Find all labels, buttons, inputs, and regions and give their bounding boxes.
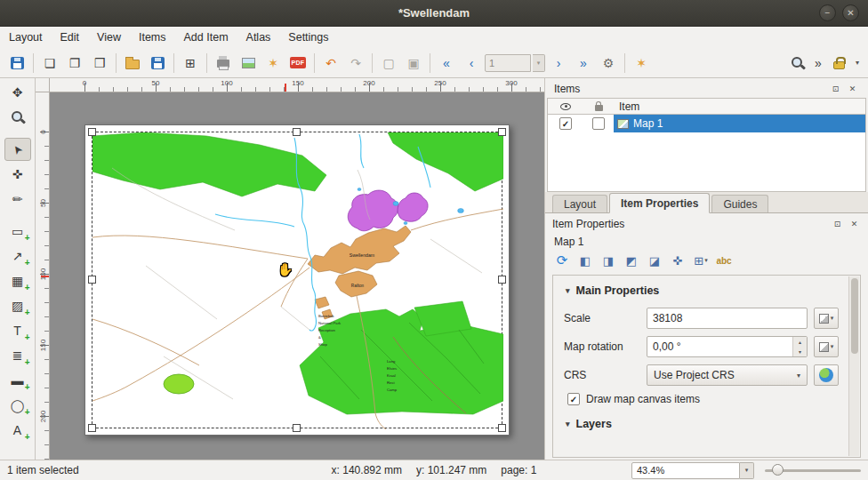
zoom-tool-button[interactable] [786, 52, 809, 75]
view-extent-in-canvas-button[interactable]: ◨ [599, 251, 618, 270]
select-move-item-tool[interactable]: ➤ [4, 138, 31, 161]
menu-settings[interactable]: Settings [288, 31, 328, 44]
save-project-button[interactable] [5, 52, 28, 75]
item-toolbar: ✥ ➤ ✜ ✏ ▭+ ↗+ ▦+ ▨+ T+ ≣+ ▬+ ◯+ A+ [0, 78, 36, 460]
scale-override-button[interactable]: ▾ [814, 308, 839, 329]
tab-layout[interactable]: Layout [552, 195, 607, 212]
selection-handle-tl[interactable] [88, 128, 96, 136]
menu-add-item[interactable]: Add Item [184, 31, 229, 44]
labeling-settings-button[interactable]: abc [714, 251, 734, 270]
menu-edit[interactable]: Edit [60, 31, 80, 44]
panel-float-button[interactable]: ⊡ [829, 83, 842, 96]
zoom-level-input[interactable] [631, 462, 740, 479]
add-ellipse-tool[interactable]: ◯+ [4, 394, 31, 417]
layers-section[interactable]: ▾ Layers [566, 418, 839, 430]
atlas-previous-button[interactable]: ‹ [460, 52, 483, 75]
spin-down-button[interactable]: ▾ [793, 347, 807, 356]
tab-guides[interactable]: Guides [711, 195, 768, 212]
slider-handle[interactable] [772, 464, 784, 476]
edit-nodes-tool[interactable]: ✏ [4, 188, 31, 211]
selection-handle-mr[interactable] [498, 276, 506, 284]
panel-close-button[interactable]: ✕ [846, 83, 859, 96]
atlas-preview-button[interactable]: ✶ [630, 52, 653, 75]
layout-canvas[interactable]: 0 50 100 150 200 250 300 0 50 100 150 20… [36, 78, 544, 460]
zoom-full-button[interactable]: ▢ [377, 52, 400, 75]
print-button[interactable] [212, 52, 235, 75]
refresh-map-button[interactable]: ⟳ [552, 251, 572, 270]
export-image-button[interactable] [237, 52, 260, 75]
add-attribute-table-tool[interactable]: A+ [4, 419, 31, 442]
atlas-page-field[interactable] [485, 54, 531, 72]
scale-input[interactable] [647, 308, 808, 329]
tab-item-properties[interactable]: Item Properties [609, 193, 710, 213]
zoom-tool[interactable] [4, 106, 31, 129]
crs-select-button[interactable] [814, 364, 839, 386]
add-pages-button[interactable]: ⊞ [179, 52, 202, 75]
add-label-tool[interactable]: T+ [4, 319, 31, 342]
export-pdf-button[interactable]: PDF [286, 52, 309, 75]
atlas-settings-button[interactable]: ⚙ [597, 52, 620, 75]
add-legend-tool[interactable]: ≣+ [4, 344, 31, 367]
add-scalebar-tool[interactable]: ▬+ [4, 369, 31, 392]
lock-checkbox[interactable] [592, 117, 605, 130]
undo-button[interactable]: ↶ [319, 52, 342, 75]
add-picture-tool[interactable]: ▨+ [4, 294, 31, 317]
main-properties-section[interactable]: ▾ Main Properties [566, 284, 839, 297]
close-button[interactable]: ✕ [842, 4, 859, 21]
atlas-page-dropdown[interactable]: ▾ [533, 54, 545, 72]
open-button[interactable] [121, 52, 144, 75]
scrollbar-thumb[interactable] [851, 278, 858, 354]
selection-handle-ml[interactable] [88, 276, 96, 284]
add-shape-tool[interactable]: ▭+ [4, 220, 31, 243]
visibility-checkbox[interactable]: ✓ [559, 117, 572, 130]
selection-handle-tm[interactable] [293, 128, 301, 136]
plus-badge: + [25, 234, 30, 243]
menu-view[interactable]: View [97, 31, 121, 44]
table-icon: A [13, 423, 21, 437]
lock-items-dropdown[interactable]: ▾ [852, 52, 863, 75]
selection-handle-bm[interactable] [293, 424, 301, 432]
layout-manager-button[interactable]: ❒ [88, 52, 111, 75]
draw-canvas-items-label[interactable]: Draw map canvas items [586, 393, 700, 405]
redo-button[interactable]: ↷ [344, 52, 367, 75]
pan-tool[interactable]: ✥ [4, 81, 31, 104]
new-layout-button[interactable]: ❏ [38, 52, 61, 75]
selection-handle-bl[interactable] [88, 424, 96, 432]
menu-items[interactable]: Items [139, 31, 166, 44]
set-scale-to-canvas-button[interactable]: ◩ [622, 251, 641, 270]
panel-float-button[interactable]: ⊡ [831, 218, 844, 231]
properties-scrollbar[interactable] [848, 276, 859, 456]
rotation-spinbox[interactable]: 0,00 ° ▴ ▾ [647, 336, 808, 357]
atlas-first-button[interactable]: « [435, 52, 458, 75]
item-row-map1[interactable]: ✓ Map 1 [548, 115, 865, 132]
selection-handle-br[interactable] [498, 424, 506, 432]
set-canvas-to-scale-button[interactable]: ◪ [645, 251, 664, 270]
export-svg-button[interactable]: ✶ [261, 52, 285, 75]
layout-page[interactable]: Swellendam Railton Bontebok National Par… [84, 124, 510, 436]
minimize-button[interactable]: − [819, 4, 836, 21]
zoom-slider[interactable] [765, 463, 861, 477]
draw-canvas-items-checkbox[interactable]: ✓ [567, 393, 580, 405]
menu-atlas[interactable]: Atlas [246, 31, 271, 44]
duplicate-layout-button[interactable]: ❐ [63, 52, 86, 75]
rotation-override-button[interactable]: ▾ [814, 336, 839, 357]
move-map-content-button[interactable]: ✜ [668, 251, 687, 270]
toolbar-overflow-button[interactable]: » [811, 52, 825, 75]
crs-dropdown[interactable]: Use Project CRS ▾ [647, 364, 808, 386]
move-content-tool[interactable]: ✜ [4, 163, 31, 186]
map-item-selected[interactable]: Swellendam Railton Bontebok National Par… [92, 132, 502, 428]
zoom-actual-button[interactable]: ▣ [402, 52, 425, 75]
add-arrow-tool[interactable]: ↗+ [4, 244, 31, 268]
save-as-template-button[interactable] [146, 52, 169, 75]
spin-up-button[interactable]: ▴ [793, 337, 807, 347]
panel-close-button[interactable]: ✕ [848, 218, 861, 231]
add-map-tool[interactable]: ▦+ [4, 269, 31, 292]
set-extent-to-canvas-button[interactable]: ◧ [575, 251, 595, 270]
menu-layout[interactable]: Layout [9, 31, 43, 44]
atlas-next-button[interactable]: › [547, 52, 570, 75]
selection-handle-tr[interactable] [498, 128, 506, 136]
interactive-edit-button[interactable]: ⊞ ▾ [691, 251, 711, 270]
lock-items-button[interactable] [827, 52, 850, 75]
atlas-last-button[interactable]: » [572, 52, 595, 75]
zoom-dropdown-button[interactable]: ▾ [740, 462, 754, 479]
